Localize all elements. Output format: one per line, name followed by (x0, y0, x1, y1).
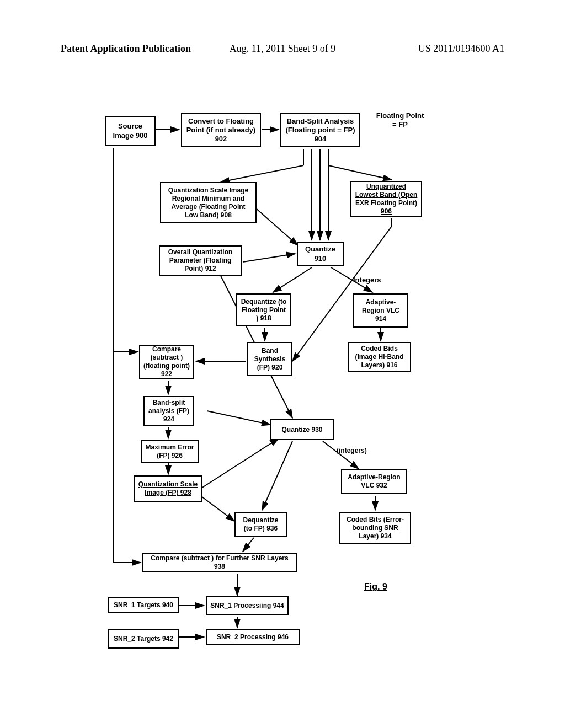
header-left: Patent Application Publication (61, 43, 191, 55)
box-max-error: Maximum Error (FP) 926 (141, 440, 199, 463)
svg-line-31 (201, 496, 234, 521)
label-integers-2: (integers) (337, 447, 367, 454)
box-compare-further-snr: Compare (subtract ) for Further SNR Laye… (142, 553, 297, 572)
box-compare: Compare (subtract )(floating point) 922 (139, 345, 194, 379)
box-quantize: Quantize 910 (297, 242, 344, 266)
figure-label: Fig. 9 (364, 582, 387, 592)
box-adaptive-region-vlc-2: Adaptive-Region VLC 932 (341, 469, 407, 494)
header-right: US 2011/0194600 A1 (418, 43, 504, 55)
box-coded-bits-snr: Coded Bits (Error-bounding SNR Layer) 93… (339, 512, 411, 544)
box-snr2-targets: SNR_2 Targets 942 (108, 629, 179, 649)
box-band-synthesis: Band Synthesis (FP) 920 (247, 342, 292, 376)
svg-line-28 (323, 441, 359, 469)
box-snr1-targets: SNR_1 Targets 940 (108, 597, 179, 613)
box-adaptive-region-vlc: Adaptive-Region VLC 914 (353, 293, 408, 328)
svg-line-11 (251, 204, 298, 245)
box-source-image: Source Image 900 (105, 116, 156, 146)
box-snr1-processing: SNR_1 Processiing 944 (206, 596, 289, 615)
svg-line-32 (243, 538, 254, 552)
svg-line-29 (262, 441, 292, 510)
box-quant-scale-image: Quantization Scale Image Regional Minimu… (160, 182, 257, 223)
box-dequantize: Dequantize (to Floating Point ) 918 (236, 293, 291, 326)
box-overall-quant-param: Overall Quantization Parameter (Floating… (159, 245, 242, 276)
box-coded-bits-hiband: Coded Bids (Image Hi-Band Layers) 916 (348, 342, 411, 372)
box-band-split-analysis-2: Band-split analysis (FP) 924 (143, 396, 194, 426)
box-dequantize-2: Dequantize (to FP) 936 (234, 512, 287, 537)
svg-line-23 (207, 411, 270, 425)
svg-line-13 (273, 267, 312, 292)
box-snr2-processing: SNR_2 Processing 946 (206, 629, 300, 645)
label-fp: Floating Point = FP (375, 111, 425, 129)
svg-line-12 (243, 254, 295, 262)
box-quantize-2: Quantize 930 (270, 419, 334, 440)
flowchart-diagram: Source Image 900 Convert to Floating Poi… (94, 110, 491, 662)
connector-arrows (94, 110, 491, 662)
svg-line-6 (221, 165, 303, 182)
box-unquantized-lowest-band: Unquantized Lowest Band (Open EXR Floati… (350, 181, 422, 217)
svg-line-7 (328, 165, 392, 180)
box-convert-fp: Convert to Floating Point (if not alread… (181, 113, 261, 147)
box-quant-scale-image-2: Quantization Scale Image (FP) 928 (134, 475, 202, 502)
label-integers: Integers (353, 276, 381, 285)
box-band-split-analysis: Band-Split Analysis (Floating point = FP… (280, 113, 360, 147)
svg-line-26 (201, 438, 279, 488)
header-center: Aug. 11, 2011 Sheet 9 of 9 (230, 43, 336, 55)
